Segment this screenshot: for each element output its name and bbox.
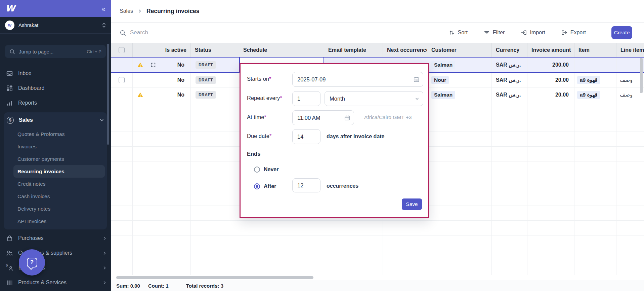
sidebar-item-label: Inbox [18,70,31,76]
chevron-right-icon [102,251,107,255]
sort-button[interactable]: Sort [449,30,468,36]
item-chip: قهوة a9 [577,91,600,99]
toolbar: Sort Filter Import Export Create [111,23,644,43]
search-input[interactable] [130,29,231,36]
chevron-updown-icon [102,22,106,28]
ends-never-option[interactable]: Never [254,167,278,173]
never-label: Never [264,167,278,173]
cell-currency: SAR ر.س. [492,87,527,102]
chevron-right-icon [102,266,107,270]
radio-icon-selected[interactable] [254,183,260,189]
chevron-down-icon [411,92,423,106]
cell-invoice-amount: 20.00 [527,73,574,87]
sidebar-item-invoices[interactable]: Invoices [13,140,105,153]
sidebar-item-cash-invoices[interactable]: Cash invoices [13,190,105,203]
sidebar-item-quotes-proformas[interactable]: Quotes & Proformas [13,128,105,140]
import-button[interactable]: Import [521,30,545,36]
import-icon [521,30,527,36]
total-records-label: Total records: 3 [186,283,223,289]
sidebar-item-label: Reports [18,100,37,106]
col-header-status[interactable]: Status [191,43,239,57]
warning-icon [137,92,143,98]
col-header-email-template[interactable]: Email template [324,43,383,57]
expand-row-icon[interactable] [150,62,156,68]
jump-shortcut: Ctrl + P [87,49,101,54]
repeat-every-input[interactable] [292,91,320,106]
sidebar-item-dashboard[interactable]: Dashboard [0,81,111,96]
purchases-icon [6,235,13,242]
radio-icon[interactable] [254,167,260,173]
row-checkbox[interactable] [119,77,125,83]
customers-suppliers-icon [6,250,13,257]
occurrences-input[interactable] [292,178,320,192]
sidebar-nav: Inbox Dashboard Reports $ Sales Quotes &… [0,66,111,290]
cell-currency: SAR ر.س. [492,58,527,72]
after-label: After [264,183,276,189]
jump-to-page[interactable]: Jump to page... Ctrl + P [5,45,106,58]
repeat-unit-value: Month [330,96,345,102]
sidebar-item-inbox[interactable]: Inbox [0,66,111,81]
col-header-item[interactable]: Item [574,43,616,57]
status-badge: DRAFT [196,61,216,69]
avatar: w [5,21,14,30]
col-header-next-occurrence[interactable]: Next occurrence [383,43,427,57]
status-badge: DRAFT [196,91,216,99]
sidebar-item-delivery-notes[interactable]: Delivery notes [13,203,105,215]
count-label: Count: 1 [148,283,169,289]
chevron-right-icon [102,281,107,285]
sidebar-item-label: Sales [19,117,33,123]
starts-on-input[interactable] [292,72,423,87]
sidebar-item-purchases[interactable]: Purchases [0,231,111,246]
filter-button[interactable]: Filter [484,30,505,36]
repeat-every-label: Repeat every* [247,95,282,101]
at-time-input[interactable] [292,110,354,125]
sort-label: Sort [458,30,468,36]
sidebar-item-reports[interactable]: Reports [0,96,111,110]
select-all-checkbox[interactable] [119,47,125,53]
col-header-schedule[interactable]: Schedule [239,43,324,57]
col-header-line-item[interactable]: Line item [616,43,644,57]
create-button[interactable]: Create [611,26,632,39]
workspace-name: Ashrakat [18,22,38,28]
status-bar: Sum: 0.00 Count: 1 Total records: 3 [111,280,644,291]
horizontal-scrollbar[interactable] [116,276,313,279]
sidebar-item-credit-notes[interactable]: Credit notes [13,178,105,190]
collapse-sidebar-icon[interactable]: « [101,5,105,12]
repeat-unit-select[interactable]: Month [325,91,423,106]
col-header-customer[interactable]: Customer [427,43,492,57]
table-vertical-scrollbar[interactable] [640,58,643,93]
cell-is-active: No [177,62,184,68]
sidebar-item-customer-payments[interactable]: Customer payments [13,153,105,165]
col-header-is-active[interactable]: Is active [133,43,191,57]
col-header-invoice-amount[interactable]: Invoice amount [527,43,574,57]
due-date-input[interactable] [292,129,320,144]
sidebar-scrollbar[interactable] [107,44,109,145]
app-logo: W [5,4,15,13]
customer-chip: Salman [431,91,455,99]
customer-chip: Salman [431,61,455,69]
help-button[interactable]: ? [19,249,45,276]
sidebar-item-employees[interactable]: $ Employees [0,260,111,275]
sidebar-item-products-services[interactable]: Products & Services [0,275,111,290]
jump-placeholder: Jump to page... [19,49,53,54]
cell-is-active: No [177,77,184,83]
dashboard-icon [6,85,13,92]
sidebar-item-api-invoices[interactable]: API Invoices [13,215,105,227]
inbox-icon [6,70,13,77]
workspace-switcher[interactable]: w Ashrakat [0,17,111,34]
save-button[interactable]: Save [402,198,422,210]
breadcrumb-section[interactable]: Sales [120,8,133,14]
ends-after-option[interactable]: After [254,183,276,189]
sidebar-item-recurring-invoices[interactable]: Recurring invoices [13,165,105,178]
reports-icon [6,100,13,107]
at-time-label: At time* [247,114,266,120]
sidebar-item-sales[interactable]: $ Sales [4,112,107,128]
breadcrumb: Sales Recurring invoices [111,0,644,23]
ends-label: Ends [247,151,260,157]
sidebar-item-customers-suppliers[interactable]: Customers & suppliers [0,246,111,260]
chevron-right-icon [102,236,107,241]
col-header-currency[interactable]: Currency [492,43,527,57]
cell-currency: SAR ر.س. [492,73,527,87]
sidebar-header: W « [0,0,111,17]
export-button[interactable]: Export [561,30,586,36]
